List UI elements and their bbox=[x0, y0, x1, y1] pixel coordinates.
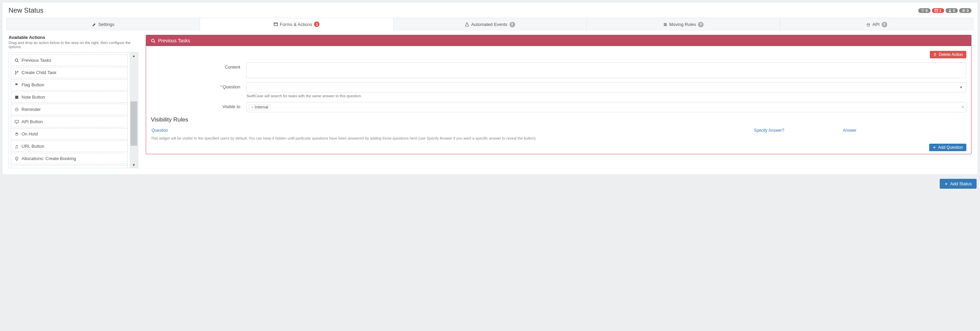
search-icon bbox=[151, 38, 155, 43]
tab-automated-events[interactable]: Automated Events0 bbox=[394, 18, 587, 31]
tabs: SettingsForms & Actions1Automated Events… bbox=[6, 18, 974, 31]
header-badge[interactable]: 0 bbox=[945, 8, 958, 13]
form-icon bbox=[274, 22, 278, 26]
chevron-down-icon: ▼ bbox=[959, 86, 963, 89]
tab-count-badge: 0 bbox=[882, 22, 887, 27]
hand-icon bbox=[15, 132, 19, 136]
monitor-icon bbox=[15, 120, 19, 124]
header-badge[interactable]: 0 bbox=[918, 8, 931, 13]
clock-icon bbox=[15, 108, 19, 111]
link-icon bbox=[15, 144, 19, 148]
action-create-child-task[interactable]: Create Child Task bbox=[11, 67, 128, 78]
action-previous-tasks[interactable]: Previous Tasks bbox=[11, 55, 128, 66]
action-reminder[interactable]: Reminder bbox=[11, 104, 128, 115]
question-select[interactable]: ▼ bbox=[247, 82, 966, 92]
scroll-up-arrow[interactable]: ▲ bbox=[130, 53, 138, 59]
actions-scrollbar[interactable]: ▲ ▼ bbox=[130, 53, 138, 168]
sliders-icon bbox=[962, 9, 965, 12]
trash-icon bbox=[933, 53, 937, 56]
branch-icon bbox=[15, 71, 19, 75]
col-specify-answer[interactable]: Specify Answer? bbox=[754, 128, 843, 133]
config-panel-header: Previous Tasks bbox=[146, 35, 971, 46]
config-panel-title: Previous Tasks bbox=[158, 38, 190, 43]
tab-count-badge: 0 bbox=[698, 22, 703, 27]
edit-icon bbox=[92, 22, 96, 27]
pin-icon bbox=[15, 157, 19, 161]
tab-settings[interactable]: Settings bbox=[6, 18, 200, 31]
user-icon bbox=[948, 9, 952, 12]
remove-tag-icon[interactable]: × bbox=[251, 105, 253, 109]
content-label: Content bbox=[151, 62, 247, 70]
header-badge[interactable]: 1 bbox=[932, 8, 944, 13]
available-actions-title: Available Actions bbox=[8, 35, 138, 40]
visibility-rules-note: This widget will be visible to the speci… bbox=[151, 136, 966, 140]
visible-to-tag[interactable]: × Internal bbox=[249, 104, 271, 110]
visible-to-label: Visible to bbox=[151, 102, 247, 109]
question-help: SwiftCase will search for tasks with the… bbox=[247, 94, 966, 98]
question-label: *Question bbox=[151, 82, 247, 89]
action-note-button[interactable]: Note Button bbox=[11, 91, 128, 103]
add-status-button[interactable]: Add Status bbox=[940, 179, 977, 189]
form-icon bbox=[935, 9, 938, 12]
visibility-rules-header: Question Specify Answer? Answer bbox=[151, 126, 966, 135]
col-question[interactable]: Question bbox=[151, 128, 754, 133]
delete-action-button[interactable]: Delete Action bbox=[930, 51, 966, 58]
scroll-thumb[interactable] bbox=[130, 101, 137, 146]
tab-forms-actions[interactable]: Forms & Actions1 bbox=[200, 18, 393, 31]
action-url-button[interactable]: URL Button bbox=[11, 141, 128, 152]
tab-moving-rules[interactable]: Moving Rules0 bbox=[587, 18, 780, 31]
tab-count-badge: 0 bbox=[510, 22, 515, 27]
page-title: New Status bbox=[8, 6, 43, 14]
pin-icon bbox=[921, 9, 924, 12]
add-question-button[interactable]: Add Question bbox=[929, 144, 966, 151]
plus-icon bbox=[945, 182, 948, 186]
flask-icon bbox=[465, 22, 469, 27]
action-flag-button[interactable]: Flag Button bbox=[11, 79, 128, 91]
plus-icon bbox=[932, 146, 936, 149]
tab-api[interactable]: API0 bbox=[780, 18, 974, 31]
plug-icon bbox=[866, 22, 870, 27]
header-badges: 0100 bbox=[918, 8, 972, 13]
status-editor: New Status 0100 SettingsForms & Actions1… bbox=[2, 2, 978, 175]
sliders-icon bbox=[663, 22, 667, 27]
visible-to-tagbox[interactable]: × Internal × bbox=[247, 102, 966, 112]
scroll-down-arrow[interactable]: ▼ bbox=[130, 162, 138, 168]
flag-icon bbox=[15, 83, 19, 87]
action-allocations-create-booking[interactable]: Allocations: Create Booking bbox=[11, 153, 128, 164]
content-textarea[interactable]: ⋰ bbox=[247, 62, 966, 78]
action-config-panel: Previous Tasks Delete Action Content bbox=[146, 35, 972, 154]
available-actions-box: Previous TasksCreate Child TaskFlag Butt… bbox=[8, 52, 138, 168]
action-api-button[interactable]: API Button bbox=[11, 116, 128, 127]
action-on-hold[interactable]: On Hold bbox=[11, 128, 128, 140]
note-icon bbox=[15, 95, 19, 99]
col-answer[interactable]: Answer bbox=[843, 128, 966, 133]
available-actions-hint: Drag and drop an action below to the are… bbox=[8, 41, 138, 49]
search-icon bbox=[15, 58, 19, 62]
clear-tags-icon[interactable]: × bbox=[962, 105, 964, 110]
action-list-documents[interactable]: List Documents bbox=[11, 165, 128, 168]
tab-count-badge: 1 bbox=[314, 22, 320, 27]
header-badge[interactable]: 0 bbox=[959, 8, 972, 13]
visibility-rules-title: Visibility Rules bbox=[151, 116, 966, 123]
